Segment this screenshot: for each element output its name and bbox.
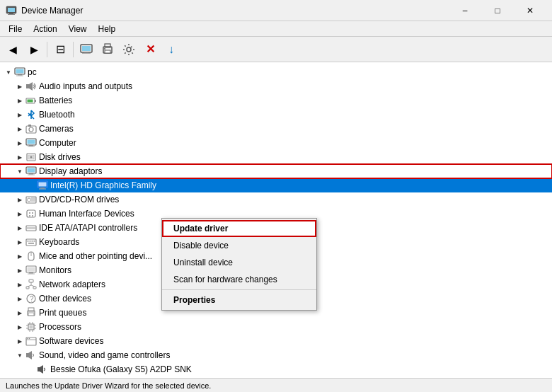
expand-icon[interactable]: ▼ xyxy=(14,166,25,177)
expand-icon[interactable]: ▶ xyxy=(14,194,25,205)
tree-item-label: Bessie Ofuka (Galaxy S5) A2DP SNK xyxy=(50,364,192,374)
forward-button[interactable]: ▶ xyxy=(24,40,44,59)
tree-item-label: Display adaptors xyxy=(39,166,102,176)
expand-icon[interactable]: ▼ xyxy=(3,67,14,78)
tree-item-label: Monitors xyxy=(39,265,71,275)
svg-rect-35 xyxy=(28,175,35,175)
tree-item[interactable]: ▶Software devices xyxy=(0,334,552,348)
svg-rect-66 xyxy=(29,272,33,274)
tree-item[interactable]: ▶Cameras xyxy=(0,122,552,136)
network-icon xyxy=(25,279,37,290)
minimize-button[interactable]: – xyxy=(449,0,481,21)
menu-item-action[interactable]: Action xyxy=(28,23,62,35)
svg-rect-37 xyxy=(39,183,47,187)
tree-item[interactable]: Bessie Ofuka (Galaxy S5) Hands-Free HF A… xyxy=(0,376,552,378)
svg-rect-40 xyxy=(26,197,36,203)
scan-btn[interactable]: ↓ xyxy=(161,40,181,59)
tree-item[interactable]: ▶Audio inputs and outputs xyxy=(0,79,552,93)
svg-rect-67 xyxy=(28,274,35,275)
expand-icon[interactable]: ▶ xyxy=(14,265,25,276)
collapse-button[interactable]: ⊟ xyxy=(50,40,70,59)
expand-icon[interactable] xyxy=(25,364,37,375)
close-button[interactable]: ✕ xyxy=(514,0,546,21)
menu-item-help[interactable]: Help xyxy=(93,23,122,35)
tree-item[interactable]: ▼Display adaptors xyxy=(0,164,552,178)
expand-icon[interactable]: ▶ xyxy=(14,222,25,234)
context-menu-item-uninstall[interactable]: Uninstall device xyxy=(162,254,316,271)
svg-rect-26 xyxy=(28,140,35,144)
menu-item-view[interactable]: View xyxy=(63,23,93,35)
tree-item-label: Sound, video and game controllers xyxy=(39,350,170,360)
context-menu-item-scan[interactable]: Scan for hardware changes xyxy=(162,271,316,288)
keyboard-icon xyxy=(25,236,37,248)
tree-item[interactable]: ▼Sound, video and game controllers xyxy=(0,348,552,362)
expand-icon[interactable]: ▶ xyxy=(14,279,25,290)
tree-item-label: IDE ATA/ATAPI controllers xyxy=(39,223,137,233)
tree-item[interactable]: ▶Batteries xyxy=(0,93,552,108)
svg-rect-69 xyxy=(26,287,29,289)
expand-icon[interactable]: ▶ xyxy=(14,151,25,163)
svg-point-47 xyxy=(32,212,33,214)
svg-line-72 xyxy=(28,285,31,287)
tree-item[interactable]: Bessie Ofuka (Galaxy S5) A2DP SNK xyxy=(0,362,552,376)
svg-rect-28 xyxy=(28,146,35,147)
context-menu-item-disable[interactable]: Disable device xyxy=(162,237,316,254)
expand-icon[interactable]: ▶ xyxy=(14,208,25,219)
maximize-button[interactable]: □ xyxy=(481,0,514,21)
tree-item[interactable]: Intel(R) HD Graphics Family xyxy=(0,178,552,192)
svg-point-48 xyxy=(29,215,30,217)
svg-point-41 xyxy=(28,198,31,202)
context-menu-item-properties[interactable]: Properties xyxy=(162,292,316,309)
delete-btn[interactable]: ✕ xyxy=(140,40,160,59)
svg-rect-15 xyxy=(18,74,22,76)
expand-icon[interactable]: ▶ xyxy=(14,293,25,304)
tree-item[interactable]: ▶Computer xyxy=(0,136,552,150)
tree-item[interactable]: ▶Disk drives xyxy=(0,150,552,164)
menu-item-file[interactable]: File xyxy=(3,23,28,35)
svg-point-91 xyxy=(27,338,28,340)
svg-rect-5 xyxy=(82,46,91,51)
svg-rect-95 xyxy=(38,367,40,371)
camera-icon xyxy=(25,123,37,134)
expand-icon[interactable]: ▶ xyxy=(14,307,25,318)
svg-rect-33 xyxy=(28,168,35,173)
svg-rect-7 xyxy=(82,53,91,54)
print-btn[interactable] xyxy=(98,40,117,59)
tree-item[interactable]: ▶DVD/CD-ROM drives xyxy=(0,192,552,207)
expand-icon[interactable]: ▶ xyxy=(14,236,25,248)
svg-rect-57 xyxy=(26,239,36,246)
display-icon xyxy=(25,166,37,177)
expand-icon[interactable]: ▶ xyxy=(14,123,25,134)
menu-bar: FileActionViewHelp xyxy=(0,21,552,37)
expand-icon[interactable]: ▼ xyxy=(14,350,25,361)
svg-rect-21 xyxy=(28,100,33,103)
context-menu-separator xyxy=(162,289,316,290)
back-button[interactable]: ◀ xyxy=(3,40,23,59)
expand-icon[interactable] xyxy=(25,180,37,191)
display-btn[interactable] xyxy=(76,40,96,59)
svg-rect-10 xyxy=(105,50,110,53)
context-menu-item-update[interactable]: Update driver xyxy=(162,220,316,237)
expand-icon[interactable]: ▶ xyxy=(14,321,25,333)
svg-rect-3 xyxy=(8,14,15,15)
tree-item-label: Intel(R) HD Graphics Family xyxy=(50,180,156,190)
tree-item[interactable]: ▼pc xyxy=(0,65,552,79)
tree-item[interactable]: ▶Bluetooth xyxy=(0,108,552,122)
tree-item-label: Network adapters xyxy=(39,279,105,289)
expand-icon[interactable]: ▶ xyxy=(14,109,25,120)
toolbar-sep-2 xyxy=(73,42,74,57)
expand-icon[interactable]: ▶ xyxy=(14,81,25,92)
software-icon xyxy=(25,335,37,347)
svg-rect-70 xyxy=(33,287,36,289)
expand-icon[interactable]: ▶ xyxy=(14,250,25,262)
svg-point-49 xyxy=(32,215,33,217)
svg-rect-16 xyxy=(16,76,23,76)
expand-icon[interactable]: ▶ xyxy=(14,137,25,149)
expand-icon[interactable]: ▶ xyxy=(14,335,25,347)
tree-item-label: pc xyxy=(28,67,37,77)
svg-rect-68 xyxy=(29,279,33,282)
tree-item[interactable]: ▶Processors xyxy=(0,320,552,334)
tree-item-label: Batteries xyxy=(39,96,72,105)
expand-icon[interactable]: ▶ xyxy=(14,95,25,106)
settings-btn[interactable] xyxy=(119,40,139,59)
